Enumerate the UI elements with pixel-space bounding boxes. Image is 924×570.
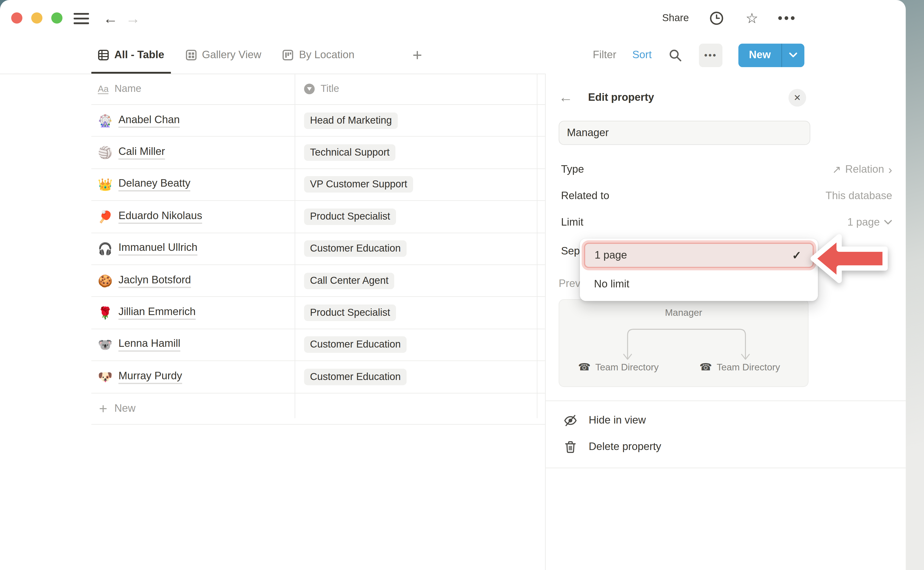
person-name-link[interactable]: Jillian Emmerich	[118, 306, 196, 320]
title-cell[interactable]: Technical Support	[295, 144, 537, 161]
new-button[interactable]: New	[738, 43, 804, 67]
view-tab-all-table[interactable]: All - Table	[98, 37, 164, 74]
clock-icon[interactable]	[709, 11, 724, 26]
new-dropdown-caret[interactable]	[781, 43, 804, 67]
person-name-link[interactable]: Cali Miller	[118, 146, 165, 160]
title-cell[interactable]: Customer Education	[295, 241, 537, 257]
text-property-icon: Aa	[98, 84, 109, 94]
share-button[interactable]: Share	[662, 12, 689, 24]
panel-close-button[interactable]: ✕	[789, 89, 806, 107]
name-cell[interactable]: 🍪Jaclyn Botsford	[91, 274, 295, 288]
property-name-input[interactable]	[559, 121, 810, 145]
panel-divider	[546, 400, 906, 401]
screen: ← → Share ☆ ••• All - TableGallery ViewB…	[0, 0, 924, 570]
name-cell[interactable]: 🎧Immanuel Ullrich	[91, 242, 295, 256]
property-value: 1 page	[847, 216, 892, 228]
title-cell[interactable]: Call Center Agent	[295, 273, 537, 289]
hide-in-view-button[interactable]: Hide in view	[546, 407, 906, 434]
relation-arrow-icon: ↗	[832, 163, 841, 176]
new-row-button[interactable]: + New	[91, 393, 545, 424]
new-button-label[interactable]: New	[738, 43, 781, 67]
column-header-name[interactable]: Aa Name	[91, 83, 295, 95]
name-cell[interactable]: 🌹Jillian Emmerich	[91, 306, 295, 320]
table-row: 👑Delaney BeattyVP Customer Support	[91, 169, 545, 201]
title-select-chip: Customer Education	[304, 369, 407, 385]
edit-property-panel: ← Edit property ✕ Type↗Relation›Related …	[545, 74, 906, 570]
back-arrow-icon[interactable]: ←	[103, 10, 118, 27]
dropdown-option-no-limit[interactable]: No limit	[580, 270, 818, 298]
notion-window: ← → Share ☆ ••• All - TableGallery ViewB…	[0, 0, 906, 570]
person-name-link[interactable]: Immanuel Ullrich	[118, 242, 197, 256]
view-tab-label: Gallery View	[202, 49, 261, 61]
title-select-chip: Call Center Agent	[304, 273, 394, 289]
minimize-window-button[interactable]	[31, 12, 43, 24]
preview-related-page: ☎Team Directory	[700, 361, 780, 373]
table-row: 🎧Immanuel UllrichCustomer Education	[91, 233, 545, 265]
chevron-right-icon: ›	[888, 164, 892, 175]
title-cell[interactable]: Customer Education	[295, 337, 537, 353]
search-icon[interactable]	[668, 48, 683, 63]
property-value: This database	[826, 190, 892, 202]
row-emoji-icon: 🌹	[98, 306, 112, 320]
title-cell[interactable]: Customer Education	[295, 369, 537, 385]
view-tab-label: All - Table	[114, 49, 164, 61]
name-cell[interactable]: 🏐Cali Miller	[91, 146, 295, 160]
title-select-chip: Product Specialist	[304, 208, 396, 225]
window-topbar: ← → Share ☆ •••	[0, 0, 906, 37]
fullscreen-window-button[interactable]	[51, 12, 63, 24]
panel-back-button[interactable]: ←	[559, 89, 573, 106]
title-cell[interactable]: Product Specialist	[295, 305, 537, 321]
name-cell[interactable]: 🎡Anabel Chan	[91, 113, 295, 128]
name-cell[interactable]: 👑Delaney Beatty	[91, 178, 295, 192]
hamburger-menu-icon[interactable]	[74, 13, 89, 24]
property-row-related-to[interactable]: Related toThis database	[546, 182, 906, 209]
person-name-link[interactable]: Jaclyn Botsford	[118, 274, 191, 288]
title-cell[interactable]: Head of Marketing	[295, 112, 537, 129]
close-window-button[interactable]	[11, 12, 23, 24]
preview-related-page: ☎Team Directory	[578, 361, 658, 373]
star-icon[interactable]: ☆	[744, 11, 760, 26]
preview-page-label: Team Directory	[717, 362, 780, 372]
row-emoji-icon: 🎧	[98, 242, 112, 256]
forward-arrow-icon[interactable]: →	[126, 10, 140, 27]
property-value-text: Relation	[845, 163, 884, 175]
property-row-limit[interactable]: Limit1 page	[546, 209, 906, 236]
column-header-title[interactable]: Title	[295, 83, 537, 95]
delete-property-button[interactable]: Delete property	[546, 434, 906, 460]
table-row: 🎡Anabel ChanHead of Marketing	[91, 105, 545, 137]
sort-button[interactable]: Sort	[632, 49, 652, 61]
board-view-icon	[282, 49, 294, 61]
title-select-chip: Customer Education	[304, 241, 407, 257]
person-name-link[interactable]: Eduardo Nikolaus	[118, 210, 202, 224]
view-tab-bar: All - TableGallery ViewBy Location + Fil…	[0, 37, 906, 74]
person-name-link[interactable]: Anabel Chan	[118, 113, 180, 128]
table-row: 🍪Jaclyn BotsfordCall Center Agent	[91, 265, 545, 297]
row-emoji-icon: 🐨	[98, 338, 112, 352]
add-view-button[interactable]: +	[413, 46, 422, 65]
gallery-view-icon	[186, 49, 197, 61]
name-cell[interactable]: 🐨Lenna Hamill	[91, 338, 295, 352]
name-cell[interactable]: 🐶Murray Purdy	[91, 370, 295, 384]
person-name-link[interactable]: Lenna Hamill	[118, 338, 180, 352]
table-row: 🐶Murray PurdyCustomer Education	[91, 361, 545, 393]
view-options-button[interactable]: •••	[699, 43, 722, 67]
dropdown-option-label: 1 page	[595, 249, 627, 261]
title-cell[interactable]: VP Customer Support	[295, 176, 537, 193]
limit-dropdown-menu: 1 page✓No limit	[580, 239, 818, 301]
title-select-chip: Technical Support	[304, 144, 396, 161]
property-row-type[interactable]: Type↗Relation›	[546, 156, 906, 182]
relation-preview-card: Manager ☎Team Directory☎Team Directory	[559, 299, 809, 387]
obscured-label: Sep	[561, 245, 580, 257]
view-tab-gallery-view[interactable]: Gallery View	[186, 37, 261, 74]
person-name-link[interactable]: Delaney Beatty	[118, 178, 190, 192]
name-cell[interactable]: 🏓Eduardo Nikolaus	[91, 210, 295, 224]
trash-icon	[563, 440, 577, 454]
row-emoji-icon: 👑	[98, 178, 112, 192]
eye-off-icon	[563, 413, 577, 428]
filter-button[interactable]: Filter	[593, 49, 617, 61]
person-name-link[interactable]: Murray Purdy	[118, 370, 182, 384]
title-cell[interactable]: Product Specialist	[295, 208, 537, 225]
dropdown-option-1-page[interactable]: 1 page✓	[584, 243, 814, 268]
view-tab-by-location[interactable]: By Location	[282, 37, 355, 74]
ellipsis-icon[interactable]: •••	[780, 11, 795, 26]
